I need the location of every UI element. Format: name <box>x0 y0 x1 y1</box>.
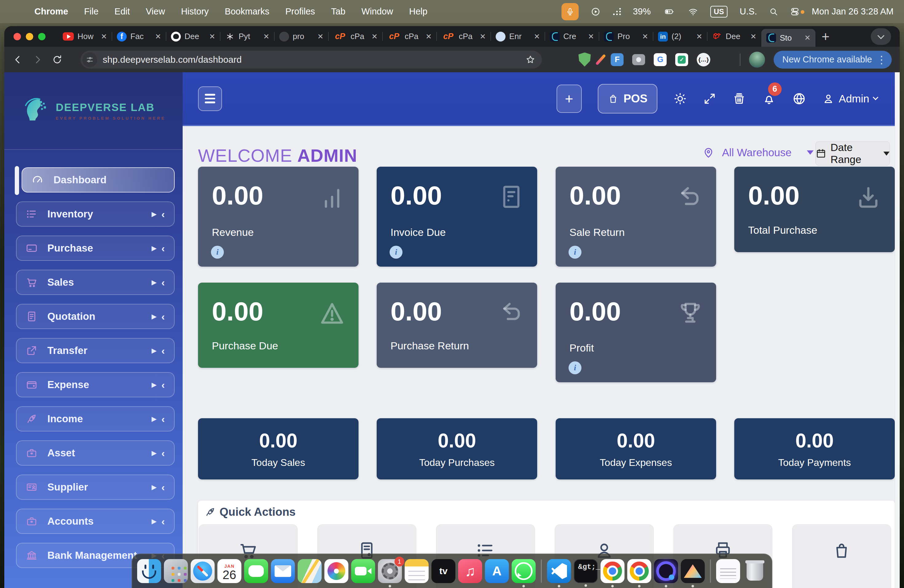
dock-finder-icon[interactable] <box>137 559 161 583</box>
close-tab-icon[interactable]: ✕ <box>209 32 215 41</box>
control-center-icon[interactable] <box>790 7 800 16</box>
tab-search-button[interactable] <box>871 28 891 45</box>
extensions-puzzle-icon[interactable] <box>719 54 731 66</box>
screen-mirroring-icon[interactable] <box>613 8 621 16</box>
tab-youtube[interactable]: How✕ <box>58 26 112 47</box>
card-today-payments[interactable]: 0.00 Today Payments <box>734 418 895 479</box>
info-icon[interactable]: i <box>569 361 582 374</box>
address-bar[interactable]: shp.deepverselab.com/dashboard <box>81 51 542 69</box>
dock-chrome-icon[interactable] <box>601 559 624 583</box>
close-tab-icon[interactable]: ✕ <box>155 32 161 41</box>
card-sale-return[interactable]: 0.00 Sale Return i <box>556 167 716 267</box>
dock-document-icon[interactable] <box>716 559 740 583</box>
fonts-extension-icon[interactable]: F <box>611 53 624 66</box>
dock-notes-icon[interactable] <box>405 559 428 583</box>
sidebar-item-inventory[interactable]: Inventory ▶‹ <box>16 201 175 227</box>
tab-laravel[interactable]: Dee✕ <box>707 26 761 47</box>
close-tab-icon[interactable]: ✕ <box>480 32 486 41</box>
fullscreen-icon[interactable] <box>703 92 716 106</box>
card-today-purchases[interactable]: 0.00 Today Purchases <box>377 418 537 479</box>
close-window-button[interactable] <box>14 33 21 40</box>
dock-photos-icon[interactable] <box>324 559 348 583</box>
dock-settings-icon[interactable]: 1 <box>378 559 402 583</box>
tab-active-store[interactable]: Sto✕ <box>761 29 815 47</box>
new-tab-button[interactable]: + <box>822 29 830 44</box>
tab-cpanel[interactable]: cPcPa✕ <box>329 26 382 47</box>
close-tab-icon[interactable]: ✕ <box>534 32 540 41</box>
dock-apple-tv-icon[interactable]: tv <box>431 559 455 583</box>
pos-register-icon[interactable] <box>732 92 746 106</box>
tab-deepverse[interactable]: Pro✕ <box>599 26 653 47</box>
dock-vscode-icon[interactable] <box>547 559 571 583</box>
sidebar-item-transfer[interactable]: Transfer ▶‹ <box>16 338 175 363</box>
dock-trash-icon[interactable] <box>743 559 767 583</box>
adblock-extension-icon[interactable] <box>578 52 591 67</box>
keyboard-label[interactable]: U.S. <box>740 6 757 17</box>
menubar-app-name[interactable]: Chrome <box>35 6 68 17</box>
close-tab-icon[interactable]: ✕ <box>263 32 269 41</box>
microphone-indicator-icon[interactable] <box>561 3 579 20</box>
warehouse-select[interactable]: All Warehouse <box>702 146 814 159</box>
card-purchase-return[interactable]: 0.00 Purchase Return <box>377 283 537 368</box>
close-tab-icon[interactable]: ✕ <box>317 32 324 41</box>
bookmark-star-icon[interactable] <box>525 54 536 65</box>
close-tab-icon[interactable]: ✕ <box>750 32 756 41</box>
now-playing-icon[interactable] <box>591 7 600 16</box>
page-scrollbar[interactable] <box>895 72 900 588</box>
menubar-profiles[interactable]: Profiles <box>285 6 315 17</box>
dock-music-icon[interactable]: ♫ <box>458 559 482 583</box>
admin-menu[interactable]: Admin <box>822 93 877 105</box>
close-tab-icon[interactable]: ✕ <box>101 32 107 41</box>
language-globe-icon[interactable] <box>792 92 806 106</box>
sidebar-item-sales[interactable]: Sales ▶‹ <box>16 270 175 295</box>
forward-button[interactable] <box>32 54 43 65</box>
tempmail-extension-icon[interactable]: ✓ <box>675 53 688 66</box>
sidebar-item-dashboard[interactable]: Dashboard <box>22 167 175 193</box>
pos-button[interactable]: POS <box>598 84 657 114</box>
dock-safari-icon[interactable] <box>191 559 215 583</box>
json-extension-icon[interactable]: {…} <box>697 53 710 66</box>
notifications-button[interactable]: 6 <box>762 92 776 106</box>
card-today-expenses[interactable]: 0.00 Today Expenses <box>556 418 716 479</box>
screenshot-extension-icon[interactable] <box>632 54 645 65</box>
url-text[interactable]: shp.deepverselab.com/dashboard <box>103 54 242 65</box>
site-settings-icon[interactable] <box>82 52 97 67</box>
dock-terminal-icon[interactable]: &gt;_ <box>574 559 598 583</box>
sidebar-item-accounts[interactable]: Accounts ▶‹ <box>16 509 175 534</box>
menubar-file[interactable]: File <box>84 6 99 17</box>
menubar-bookmarks[interactable]: Bookmarks <box>225 6 269 17</box>
spotlight-search-icon[interactable] <box>769 7 778 16</box>
dock-maps-icon[interactable] <box>298 559 322 583</box>
dock-calendar-icon[interactable]: JAN26 <box>217 559 241 583</box>
dock-mail-icon[interactable] <box>271 559 295 583</box>
sidebar-item-asset[interactable]: Asset ▶‹ <box>16 440 175 466</box>
wifi-icon[interactable] <box>688 7 698 16</box>
dock-arc-icon[interactable] <box>681 559 705 583</box>
profile-avatar[interactable] <box>749 52 765 68</box>
keyboard-flag[interactable]: US <box>710 6 727 17</box>
menubar-history[interactable]: History <box>181 6 209 17</box>
tab-openai[interactable]: Pyt✕ <box>220 26 274 47</box>
card-revenue[interactable]: 0.00 Revenue i <box>198 167 359 267</box>
close-tab-icon[interactable]: ✕ <box>804 33 811 42</box>
info-icon[interactable]: i <box>569 246 582 259</box>
chrome-update-button[interactable]: New Chrome available ⋮ <box>774 51 892 69</box>
minimize-window-button[interactable] <box>26 33 33 40</box>
translate-extension-icon[interactable]: G <box>654 53 667 66</box>
tab-cpanel[interactable]: cPcPa✕ <box>382 26 437 47</box>
quick-action-purchase[interactable] <box>792 524 891 588</box>
sidebar-item-expense[interactable]: Expense ▶‹ <box>16 372 175 397</box>
menubar-view[interactable]: View <box>146 6 165 17</box>
sidebar-item-income[interactable]: Income ▶‹ <box>16 406 175 432</box>
apple-menu-icon[interactable] <box>11 7 19 16</box>
dock-facetime-icon[interactable] <box>351 559 375 583</box>
tab-linkedin[interactable]: in(2)✕ <box>653 26 707 47</box>
back-button[interactable] <box>12 54 24 65</box>
sidebar-toggle-button[interactable] <box>198 87 222 111</box>
dock-chrome-icon[interactable] <box>627 559 651 583</box>
card-profit[interactable]: 0.00 Profit i <box>556 283 716 382</box>
close-tab-icon[interactable]: ✕ <box>696 32 702 41</box>
tab-github[interactable]: Dee✕ <box>166 26 220 47</box>
menubar-clock[interactable]: Mon Jan 26 3:28 AM <box>812 6 893 17</box>
menubar-edit[interactable]: Edit <box>114 6 130 17</box>
